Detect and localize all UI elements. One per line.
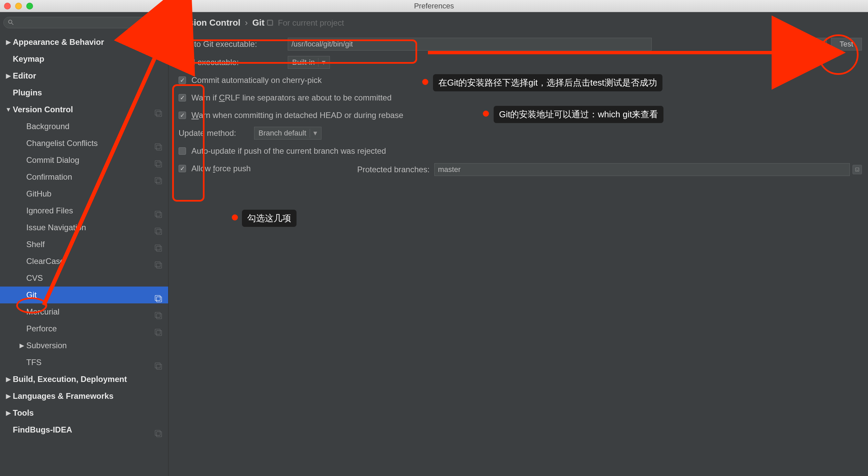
checkbox-row: Commit automatically on cherry-pick — [175, 71, 862, 89]
svg-rect-24 — [155, 363, 160, 368]
svg-rect-11 — [157, 213, 162, 218]
chevron-right-icon: ▶ — [4, 67, 13, 84]
sidebar-item-label: TFS — [26, 354, 41, 371]
sidebar-item-label: Languages & Frameworks — [13, 388, 114, 405]
checkbox[interactable] — [179, 112, 186, 119]
svg-rect-22 — [155, 329, 160, 334]
project-scope-icon — [155, 207, 162, 214]
svg-rect-12 — [155, 228, 160, 233]
svg-rect-8 — [155, 177, 160, 182]
chevron-right-icon: ▶ — [4, 34, 13, 51]
breadcrumb-root: Version Control — [175, 18, 241, 28]
search-input[interactable] — [3, 17, 165, 28]
sidebar-item-perforce[interactable]: Perforce — [0, 320, 168, 337]
test-button[interactable]: Test — [831, 38, 862, 51]
project-scope-icon — [155, 258, 162, 265]
svg-rect-28 — [268, 20, 273, 25]
sidebar-item-label: CVS — [26, 270, 43, 287]
update-method-select[interactable]: Branch default ▾ — [254, 127, 321, 140]
svg-rect-26 — [155, 430, 160, 435]
sidebar-item-version-control[interactable]: ▼Version Control — [0, 101, 168, 118]
checkbox[interactable] — [179, 77, 186, 84]
sidebar-item-commit-dialog[interactable]: Commit Dialog — [0, 152, 168, 169]
project-scope-icon — [267, 19, 274, 28]
checkbox-label: Warn if CRLF line separators are about t… — [191, 93, 392, 102]
sidebar-item-github[interactable]: GitHub — [0, 185, 168, 202]
checkbox[interactable] — [179, 94, 186, 101]
sidebar-item-label: Plugins — [13, 84, 42, 101]
svg-rect-5 — [157, 145, 162, 150]
window-titlebar: Preferences — [0, 0, 868, 12]
sidebar-item-clearcase[interactable]: ClearCase — [0, 253, 168, 270]
sidebar-item-editor[interactable]: ▶Editor — [0, 67, 168, 84]
project-scope-icon — [155, 241, 162, 248]
chevron-down-icon: ▾ — [318, 58, 327, 67]
protected-branches-row: Protected branches: — [357, 160, 862, 179]
window-title: Preferences — [0, 2, 868, 10]
project-scope-icon — [155, 426, 162, 434]
git-path-input[interactable] — [288, 38, 652, 51]
sidebar-item-changelist-conflicts[interactable]: Changelist Conflicts — [0, 135, 168, 152]
path-label: Path to Git executable: — [175, 39, 283, 49]
svg-rect-18 — [155, 295, 160, 300]
chevron-right-icon: ▶ — [4, 405, 13, 421]
ssh-row: SSH executable: Built-in ▾ — [175, 53, 862, 71]
sidebar-item-label: Tools — [13, 405, 34, 421]
sidebar-item-label: Keymap — [13, 51, 44, 67]
sidebar-item-subversion[interactable]: ▶Subversion — [0, 337, 168, 354]
sidebar-item-label: Shelf — [26, 236, 45, 253]
chevron-down-icon: ▼ — [4, 101, 13, 118]
sidebar-item-label: Perforce — [26, 320, 57, 337]
svg-rect-10 — [155, 211, 160, 216]
chevron-right-icon: ▶ — [4, 371, 13, 388]
sidebar-item-label: Version Control — [13, 101, 73, 118]
sidebar-item-label: GitHub — [26, 185, 52, 202]
search-icon — [7, 19, 14, 26]
sidebar-item-ignored-files[interactable]: Ignored Files — [0, 202, 168, 219]
sidebar-item-issue-navigation[interactable]: Issue Navigation — [0, 219, 168, 236]
expand-field-button[interactable] — [852, 165, 862, 174]
breadcrumb-leaf: Git — [252, 18, 265, 28]
svg-rect-3 — [157, 112, 162, 117]
sidebar-item-shelf[interactable]: Shelf — [0, 236, 168, 253]
sidebar-item-build-execution-deployment[interactable]: ▶Build, Execution, Deployment — [0, 371, 168, 388]
sidebar-item-git[interactable]: Git — [0, 287, 168, 303]
svg-rect-16 — [155, 262, 160, 267]
update-method-row: Update method: Branch default ▾ — [175, 124, 862, 142]
sidebar-item-findbugs-idea[interactable]: FindBugs-IDEA — [0, 421, 168, 438]
checkbox[interactable] — [179, 147, 186, 155]
sidebar: ▶Appearance & BehaviorKeymap▶EditorPlugi… — [0, 12, 168, 476]
sidebar-item-appearance-behavior[interactable]: ▶Appearance & Behavior — [0, 34, 168, 51]
checkbox[interactable] — [179, 165, 186, 172]
sidebar-item-cvs[interactable]: CVS — [0, 270, 168, 287]
sidebar-item-label: Issue Navigation — [26, 219, 86, 236]
svg-point-0 — [8, 20, 12, 23]
checkbox-row: Warn if CRLF line separators are about t… — [175, 89, 862, 107]
sidebar-item-tools[interactable]: ▶Tools — [0, 405, 168, 421]
sidebar-item-confirmation[interactable]: Confirmation — [0, 169, 168, 185]
protected-branches-input[interactable] — [434, 163, 850, 176]
chevron-right-icon: ▶ — [18, 337, 26, 354]
project-scope-icon — [155, 291, 162, 299]
ssh-value: Built-in — [292, 58, 315, 67]
sidebar-item-mercurial[interactable]: Mercurial — [0, 303, 168, 320]
ssh-executable-select[interactable]: Built-in ▾ — [288, 56, 330, 69]
sidebar-item-keymap[interactable]: Keymap — [0, 51, 168, 67]
svg-rect-29 — [267, 20, 272, 25]
sidebar-item-label: Confirmation — [26, 169, 72, 185]
project-scope-icon — [155, 308, 162, 316]
project-scope-icon — [155, 224, 162, 231]
svg-rect-9 — [157, 179, 162, 184]
sidebar-item-plugins[interactable]: Plugins — [0, 84, 168, 101]
svg-rect-17 — [157, 263, 162, 268]
checkbox-label: Allow force push — [191, 164, 251, 173]
path-row: Path to Git executable: ... Test — [175, 35, 862, 53]
sidebar-item-background[interactable]: Background — [0, 118, 168, 135]
svg-rect-6 — [155, 160, 160, 166]
svg-rect-19 — [157, 297, 162, 302]
sidebar-item-languages-frameworks[interactable]: ▶Languages & Frameworks — [0, 388, 168, 405]
browse-button[interactable]: ... — [813, 38, 827, 51]
sidebar-item-tfs[interactable]: TFS — [0, 354, 168, 371]
checkbox-label: Warn when committing in detached HEAD or… — [191, 111, 403, 120]
svg-rect-23 — [157, 331, 162, 336]
